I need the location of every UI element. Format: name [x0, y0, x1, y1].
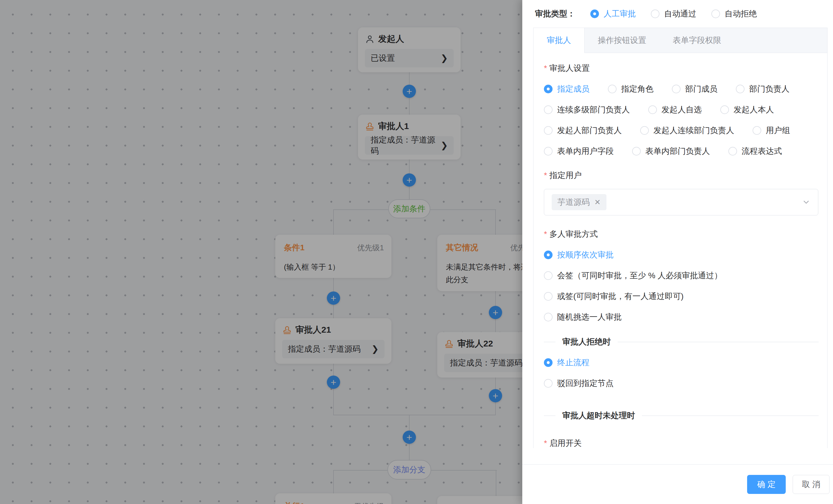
radio-initiator-dept-leader[interactable]: 发起人部门负责人: [544, 125, 622, 136]
radio-circle-icon: [544, 358, 552, 367]
radio-circle-icon: [544, 271, 552, 280]
tag-close-icon[interactable]: ✕: [594, 198, 601, 206]
multi-approve-label: 多人审批方式: [544, 229, 820, 240]
radio-auto-reject[interactable]: 自动拒绝: [711, 8, 757, 19]
radio-circle-icon: [608, 85, 617, 93]
radio-circle-icon: [736, 85, 744, 93]
approve-type-row: 审批类型： 人工审批 自动通过 自动拒绝: [522, 0, 833, 28]
radio-terminate-process[interactable]: 终止流程: [544, 357, 590, 368]
radio-process-expression[interactable]: 流程表达式: [729, 146, 782, 157]
modal-mask: [0, 0, 522, 504]
radio-circle-icon: [590, 9, 599, 18]
radio-initiator-self[interactable]: 发起人本人: [720, 104, 774, 115]
enable-switch-label: 启用开关: [544, 438, 820, 448]
tabs-filler: [734, 28, 827, 53]
radio-circle-icon: [632, 147, 641, 155]
radio-dept-leader[interactable]: 部门负责人: [736, 83, 789, 95]
approver-setting-row3: 发起人部门负责人 发起人连续部门负责人 用户组: [544, 125, 820, 136]
approver-setting-row2: 连续多级部门负责人 发起人自选 发起人本人: [544, 104, 820, 115]
timeout-section-divider: 审批人超时未处理时: [544, 410, 818, 421]
chevron-down-icon: [802, 198, 810, 206]
approver-setting-row4: 表单内用户字段 表单内部门负责人 流程表达式: [544, 146, 820, 157]
radio-circle-icon: [544, 105, 552, 114]
radio-circle-icon: [544, 292, 552, 301]
radio-circle-icon: [711, 9, 720, 18]
assign-user-label: 指定用户: [544, 170, 820, 181]
approve-type-label: 审批类型：: [535, 8, 575, 19]
radio-initiator-select[interactable]: 发起人自选: [648, 104, 702, 115]
radio-countersign[interactable]: 会签（可同时审批，至少 % 人必须审批通过）: [544, 270, 722, 281]
radio-auto-pass[interactable]: 自动通过: [651, 8, 696, 19]
multi-approve-option: 或签(可同时审批，有一人通过即可): [544, 291, 820, 302]
radio-manual-approve[interactable]: 人工审批: [590, 8, 636, 19]
multi-approve-option: 随机挑选一人审批: [544, 311, 820, 323]
radio-form-dept-leader[interactable]: 表单内部门负责人: [632, 146, 710, 157]
radio-random-one[interactable]: 随机挑选一人审批: [544, 311, 622, 323]
radio-circle-icon: [544, 251, 552, 259]
radio-circle-icon: [753, 126, 761, 135]
radio-circle-icon: [544, 379, 552, 388]
multi-approve-option: 按顺序依次审批: [544, 249, 820, 260]
settings-tabs: 审批人 操作按钮设置 表单字段权限: [533, 28, 828, 53]
radio-user-group[interactable]: 用户组: [753, 125, 790, 136]
radio-multi-level-dept-leader[interactable]: 连续多级部门负责人: [544, 104, 630, 115]
cancel-button[interactable]: 取消: [793, 475, 830, 494]
panel-footer: 确定 取消: [522, 464, 833, 504]
radio-circle-icon: [672, 85, 681, 93]
timeout-section-title: 审批人超时未处理时: [562, 410, 635, 421]
radio-or-sign[interactable]: 或签(可同时审批，有一人通过即可): [544, 291, 684, 302]
radio-assigned-role[interactable]: 指定角色: [608, 83, 653, 95]
radio-assigned-member[interactable]: 指定成员: [544, 83, 590, 95]
radio-circle-icon: [544, 147, 552, 155]
radio-circle-icon: [729, 147, 737, 155]
radio-circle-icon: [544, 85, 552, 93]
radio-return-to-node[interactable]: 驳回到指定节点: [544, 378, 614, 389]
approver-setting-label: 审批人设置: [544, 63, 820, 74]
tab-action-buttons[interactable]: 操作按钮设置: [585, 28, 660, 53]
approver-setting-row1: 指定成员 指定角色 部门成员 部门负责人: [544, 83, 820, 95]
radio-form-user-field[interactable]: 表单内用户字段: [544, 146, 614, 157]
radio-circle-icon: [640, 126, 649, 135]
radio-circle-icon: [720, 105, 729, 114]
radio-circle-icon: [648, 105, 657, 114]
approver-settings-panel: 审批类型： 人工审批 自动通过 自动拒绝 审批人 操作按钮设置 表单字段权限 审…: [522, 0, 833, 504]
reject-section-title: 审批人拒绝时: [562, 336, 611, 347]
reject-option: 终止流程: [544, 357, 820, 368]
approver-tab-content: 审批人设置 指定成员 指定角色 部门成员 部门负责人 连续多级部门负责: [533, 53, 828, 448]
tab-form-field-permission[interactable]: 表单字段权限: [660, 28, 734, 53]
radio-sequential-approve[interactable]: 按顺序依次审批: [544, 249, 614, 260]
multi-approve-option: 会签（可同时审批，至少 % 人必须审批通过）: [544, 270, 820, 281]
radio-circle-icon: [651, 9, 660, 18]
radio-dept-member[interactable]: 部门成员: [672, 83, 717, 95]
radio-initiator-consecutive-dept-leader[interactable]: 发起人连续部门负责人: [640, 125, 734, 136]
assign-user-select[interactable]: 芋道源码 ✕: [544, 189, 818, 216]
radio-circle-icon: [544, 126, 552, 135]
user-tag: 芋道源码 ✕: [552, 194, 606, 210]
radio-circle-icon: [544, 313, 552, 321]
reject-section-divider: 审批人拒绝时: [544, 336, 818, 347]
tab-approver[interactable]: 审批人: [533, 28, 585, 53]
confirm-button[interactable]: 确定: [747, 475, 786, 494]
reject-option: 驳回到指定节点: [544, 378, 820, 389]
